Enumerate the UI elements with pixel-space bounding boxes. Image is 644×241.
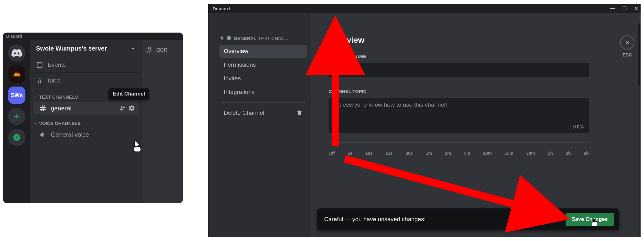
channel-topic-field[interactable]: [333, 101, 584, 123]
add-server-button[interactable]: [8, 108, 25, 125]
close-button[interactable]: [620, 35, 634, 50]
divider: [329, 142, 589, 143]
speaker-icon: [39, 131, 46, 138]
tick: 5s: [348, 151, 353, 156]
gear-icon[interactable]: [128, 105, 135, 112]
tick: Off: [329, 151, 335, 156]
server-name: Swole Wumpus's server: [36, 45, 107, 52]
channel-label: General voice: [51, 131, 89, 138]
create-invite-icon[interactable]: [119, 105, 126, 112]
channel-rules[interactable]: rules: [30, 73, 142, 89]
chat-title-partial: gen: [156, 46, 168, 54]
close-icon: [624, 39, 630, 46]
tick: 2h: [566, 151, 571, 156]
close-settings[interactable]: ESC: [620, 35, 634, 57]
reset-button[interactable]: Reset: [540, 213, 565, 225]
server-rail: SWs: [3, 40, 30, 203]
chevron-down-icon: [33, 95, 38, 99]
channel-topic-label: CHANNEL TOPIC: [329, 89, 623, 94]
tick: 2m: [445, 151, 451, 156]
calendar-icon: [36, 61, 43, 69]
server-header[interactable]: Swole Wumpus's server: [30, 40, 142, 57]
channel-topic-input[interactable]: 1024: [329, 98, 589, 133]
crumb-suffix: TEXT CHAN...: [258, 36, 288, 41]
explore-button[interactable]: [8, 129, 25, 146]
rules-label: rules: [48, 77, 60, 84]
trash-icon: [296, 110, 302, 116]
unsaved-text: Careful — you have unsaved changes!: [324, 216, 540, 223]
channel-sidebar: Swole Wumpus's server Events rules TEXT …: [30, 40, 142, 203]
hash-icon: [145, 46, 153, 54]
events-label: Events: [48, 61, 66, 68]
discord-window-channel-settings: Discord — ☐ ✕ GENERAL TEXT CHAN... Overv…: [208, 4, 641, 237]
discord-window-server-view: Discord SWs Swole Wumpus's server: [3, 33, 183, 203]
category-label: VOICE CHANNELS: [39, 121, 81, 126]
tick: 15m: [505, 151, 514, 156]
channel-name-input[interactable]: [329, 63, 589, 77]
channel-name-label: CHANNEL NAME: [329, 54, 623, 59]
maximize-button[interactable]: ☐: [622, 6, 627, 11]
sidebar-item-overview[interactable]: Overview: [219, 45, 307, 58]
window-controls: — ☐ ✕: [610, 6, 638, 11]
tick: 1h: [548, 151, 553, 156]
app-title: Discord: [213, 6, 230, 11]
chat-bubble-icon: [226, 35, 232, 41]
sidebar-item-integrations[interactable]: Integrations: [219, 86, 307, 99]
channel-name-field[interactable]: [342, 66, 584, 73]
events-row[interactable]: Events: [30, 57, 142, 73]
sidebar-item-permissions[interactable]: Permissions: [219, 58, 307, 71]
unsaved-changes-bar: Careful — you have unsaved changes! Rese…: [317, 208, 619, 230]
save-changes-button[interactable]: Save Changes: [566, 213, 614, 226]
tooltip-edit-channel: Edit Channel: [108, 88, 149, 100]
chat-header-partial: gen: [142, 40, 183, 203]
hash-icon: [219, 36, 224, 41]
category-voice[interactable]: VOICE CHANNELS: [30, 115, 142, 128]
page-title: Overview: [329, 35, 623, 45]
tick: 30m: [526, 151, 535, 156]
tick: 6h: [584, 151, 589, 156]
hash-icon: [36, 77, 43, 84]
chevron-down-icon: [130, 46, 136, 52]
hash-icon: [39, 105, 46, 112]
titlebar: Discord: [3, 33, 183, 40]
slowmode-ticks: Off 5s 10s 15s 30s 1m 2m 5m 10m 15m 30m …: [329, 151, 589, 156]
tick: 10s: [365, 151, 373, 156]
settings-sidebar: GENERAL TEXT CHAN... Overview Permission…: [208, 13, 311, 237]
chat-bubble-icon: [333, 67, 339, 73]
sidebar-item-delete-channel[interactable]: Delete Channel: [219, 106, 307, 119]
minimize-button[interactable]: —: [610, 6, 615, 11]
home-button[interactable]: [8, 44, 25, 62]
tick: 5m: [464, 151, 470, 156]
close-window-button[interactable]: ✕: [634, 6, 638, 11]
channel-label: general: [51, 105, 72, 112]
plus-icon: [13, 113, 20, 120]
server-icon: [11, 70, 22, 78]
chevron-down-icon: [33, 121, 38, 126]
close-label: ESC: [623, 52, 632, 57]
tick: 30s: [406, 151, 413, 156]
char-count: 1024: [572, 124, 584, 130]
settings-main: Overview CHANNEL NAME CHANNEL TOPIC 1024…: [311, 13, 641, 237]
category-label: TEXT CHANNELS: [39, 94, 78, 100]
sidebar-item-invites[interactable]: Invites: [219, 72, 307, 85]
titlebar: Discord — ☐ ✕: [208, 4, 641, 13]
discord-logo-icon: [11, 49, 22, 57]
server-button-1[interactable]: [8, 65, 25, 83]
server-button-active[interactable]: SWs: [8, 87, 25, 104]
scrollbar-thumb[interactable]: [638, 24, 640, 86]
crumb-channel: GENERAL: [234, 36, 256, 41]
delete-label: Delete Channel: [224, 109, 264, 116]
tick: 1m: [426, 151, 432, 156]
channel-general[interactable]: general Edit Channel: [33, 102, 139, 114]
divider: [221, 102, 305, 103]
channel-voice[interactable]: General voice: [33, 128, 139, 141]
breadcrumb: GENERAL TEXT CHAN...: [219, 35, 307, 41]
scrollbar[interactable]: [638, 22, 641, 237]
tick: 15s: [386, 151, 393, 156]
tick: 10m: [483, 151, 492, 156]
compass-icon: [13, 133, 21, 141]
